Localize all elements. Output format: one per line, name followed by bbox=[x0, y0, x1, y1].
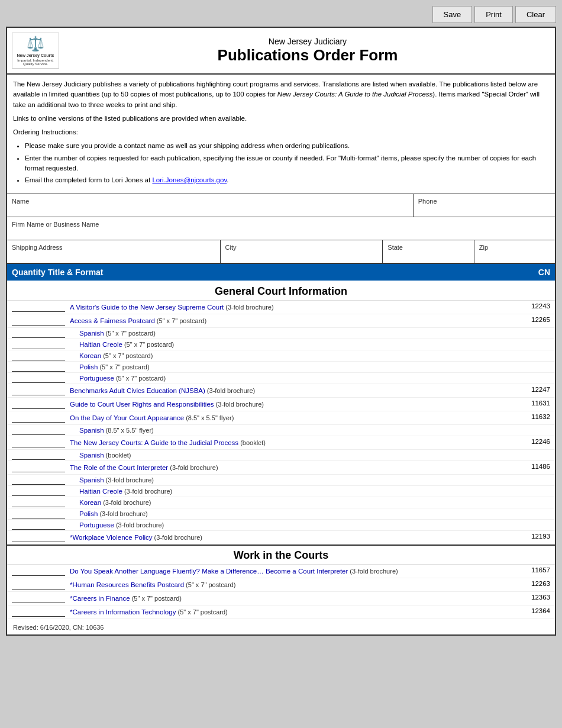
quantity-field bbox=[12, 594, 65, 603]
sub-quantity-field bbox=[12, 426, 65, 435]
pub-cn: 12243 bbox=[519, 302, 555, 310]
print-button[interactable]: Print bbox=[474, 6, 513, 23]
bullet2: Enter the number of copies requested for… bbox=[25, 153, 549, 174]
pub-title-link[interactable]: Benchmarks Adult Civics Education (NJSBA… bbox=[70, 387, 205, 394]
pub-title-area: Benchmarks Adult Civics Education (NJSBA… bbox=[70, 386, 519, 395]
pub-desc: (5" x 7" postcard) bbox=[130, 595, 182, 602]
sub-title-link[interactable]: Portuguese bbox=[79, 375, 114, 382]
save-button[interactable]: Save bbox=[432, 6, 473, 23]
clear-button[interactable]: Clear bbox=[515, 6, 556, 23]
form-header: ⚖️ New Jersey Courts Impartial. Independ… bbox=[7, 28, 555, 75]
sub-title-link[interactable]: Korean bbox=[79, 499, 101, 506]
sub-quantity-field bbox=[12, 450, 65, 460]
fields-section: Name Phone Firm Name or Business Name Sh… bbox=[7, 194, 555, 264]
pub-title-area: *Human Resources Benefits Postcard (5" x… bbox=[70, 580, 519, 590]
pub-sub-row: Polish (3-fold brochure) bbox=[7, 508, 555, 520]
cn-header: CN bbox=[538, 268, 550, 277]
pub-sub-row: Polish (5" x 7" postcard) bbox=[7, 362, 555, 373]
pub-title-link[interactable]: Access & Fairness Postcard bbox=[70, 317, 155, 324]
sub-title-link[interactable]: Spanish bbox=[79, 330, 104, 337]
pub-cn: 12193 bbox=[519, 533, 555, 540]
firm-label: Firm Name or Business Name bbox=[12, 221, 550, 228]
pub-cn: 11632 bbox=[519, 413, 555, 420]
pub-title-link[interactable]: The Role of the Court Interpreter bbox=[70, 464, 168, 471]
quantity-field bbox=[12, 316, 65, 326]
sub-title-area: Korean (5" x 7" postcard) bbox=[70, 351, 519, 360]
name-phone-row: Name Phone bbox=[7, 194, 555, 217]
sub-quantity-field bbox=[12, 475, 65, 485]
phone-label: Phone bbox=[418, 198, 550, 205]
pub-sub-row: Haitian Creole (3-fold brochure) bbox=[7, 486, 555, 497]
pub-title-link[interactable]: A Visitor's Guide to the New Jersey Supr… bbox=[70, 304, 224, 311]
pub-desc: (5" x 7" postcard) bbox=[184, 581, 235, 588]
sub-title-area: Spanish (booklet) bbox=[70, 450, 519, 460]
sub-title-link[interactable]: Polish bbox=[79, 363, 98, 371]
sub-title-area: Haitian Creole (5" x 7" postcard) bbox=[70, 340, 519, 349]
footer: Revised: 6/16/2020, CN: 10636 bbox=[7, 620, 555, 634]
pub-title-link[interactable]: Do You Speak Another Language Fluently? … bbox=[70, 568, 348, 575]
pub-title-area: On the Day of Your Court Appearance (8.5… bbox=[70, 413, 519, 423]
quantity-field bbox=[12, 400, 65, 409]
pub-row: The Role of the Court Interpreter (3-fol… bbox=[7, 461, 555, 475]
city-label: City bbox=[225, 244, 378, 251]
sub-title-link[interactable]: Portuguese bbox=[79, 521, 114, 529]
sub-title-link[interactable]: Haitian Creole bbox=[79, 488, 122, 495]
pub-row: Guide to Court User Rights and Responsib… bbox=[7, 398, 555, 411]
quantity-field bbox=[12, 533, 65, 542]
sub-desc: (booklet) bbox=[104, 452, 131, 459]
name-label: Name bbox=[12, 198, 408, 205]
pub-title-area: Do You Speak Another Language Fluently? … bbox=[70, 566, 519, 576]
zip-label: Zip bbox=[479, 244, 550, 251]
sub-title-link[interactable]: Korean bbox=[79, 352, 101, 359]
pub-cn: 12247 bbox=[519, 386, 555, 393]
sub-quantity-field bbox=[12, 498, 65, 507]
sub-title-link[interactable]: Spanish bbox=[79, 452, 104, 459]
sub-title-area: Spanish (3-fold brochure) bbox=[70, 475, 519, 485]
sub-title-link[interactable]: Spanish bbox=[79, 427, 104, 434]
pub-sub-row: Spanish (8.5" x 5.5" flyer) bbox=[7, 425, 555, 436]
pub-title-link[interactable]: Guide to Court User Rights and Responsib… bbox=[70, 401, 214, 408]
pub-desc: (3-fold brochure) bbox=[224, 304, 273, 311]
intro-section: The New Jersey Judiciary publishes a var… bbox=[7, 75, 555, 194]
state-cell: State bbox=[383, 240, 474, 263]
sub-quantity-field bbox=[12, 351, 65, 360]
pub-title-link[interactable]: *Workplace Violence Policy bbox=[70, 534, 153, 541]
pub-row: *Workplace Violence Policy (3-fold broch… bbox=[7, 531, 555, 545]
pub-desc: (3-fold brochure) bbox=[348, 568, 398, 575]
pub-sub-row: Spanish (booklet) bbox=[7, 450, 555, 461]
shipping-label: Shipping Address bbox=[12, 244, 215, 251]
pub-title-link[interactable]: *Human Resources Benefits Postcard bbox=[70, 581, 184, 588]
sub-title-link[interactable]: Haitian Creole bbox=[79, 341, 122, 348]
pub-title-area: A Visitor's Guide to the New Jersey Supr… bbox=[70, 302, 519, 312]
quantity-field bbox=[12, 386, 65, 395]
pub-title-link[interactable]: *Careers in Information Technology bbox=[70, 608, 176, 616]
pub-desc: (8.5" x 5.5" flyer) bbox=[184, 414, 234, 421]
pub-sub-row: Portuguese (3-fold brochure) bbox=[7, 520, 555, 531]
sub-desc: (5" x 7" postcard) bbox=[114, 375, 166, 382]
quantity-field bbox=[12, 463, 65, 472]
section-heading-1: Work in the Courts bbox=[7, 546, 555, 565]
pub-title-link[interactable]: The New Jersey Courts: A Guide to the Ju… bbox=[70, 439, 238, 446]
sub-title-link[interactable]: Spanish bbox=[79, 476, 104, 484]
pub-title-area: Guide to Court User Rights and Responsib… bbox=[70, 400, 519, 409]
sub-title-area: Polish (3-fold brochure) bbox=[70, 509, 519, 518]
sub-title-area: Portuguese (5" x 7" postcard) bbox=[70, 373, 519, 383]
bullet3: Email the completed form to Lori Jones a… bbox=[25, 175, 549, 185]
sub-title-link[interactable]: Polish bbox=[79, 510, 98, 517]
quantity-field bbox=[12, 580, 65, 590]
sub-quantity-field bbox=[12, 362, 65, 372]
pub-cn: 11486 bbox=[519, 463, 555, 470]
pub-desc: (3-fold brochure) bbox=[214, 401, 264, 408]
pub-title-link[interactable]: On the Day of Your Court Appearance bbox=[70, 414, 184, 421]
sub-quantity-field bbox=[12, 509, 65, 518]
revised-text: Revised: 6/16/2020, CN: 10636 bbox=[13, 624, 104, 631]
form-container: ⚖️ New Jersey Courts Impartial. Independ… bbox=[6, 27, 556, 636]
pub-title-link[interactable]: *Careers in Finance bbox=[70, 595, 130, 602]
sub-title-area: Haitian Creole (3-fold brochure) bbox=[70, 487, 519, 496]
pub-row: *Human Resources Benefits Postcard (5" x… bbox=[7, 578, 555, 592]
email-link[interactable]: Lori.Jones@njcourts.gov bbox=[152, 176, 227, 183]
pub-title-area: The Role of the Court Interpreter (3-fol… bbox=[70, 463, 519, 472]
pub-row: Do You Speak Another Language Fluently? … bbox=[7, 565, 555, 578]
sub-quantity-field bbox=[12, 328, 65, 338]
logo-sub: Impartial. Independent. Quality Service. bbox=[15, 59, 56, 66]
